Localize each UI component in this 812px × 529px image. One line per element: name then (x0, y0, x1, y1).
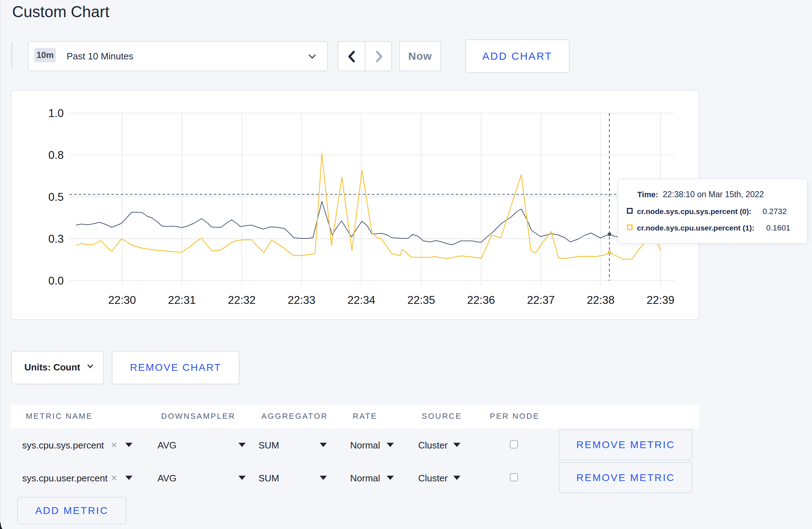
svg-text:0.5: 0.5 (48, 191, 64, 203)
svg-text:22:37: 22:37 (527, 294, 555, 306)
svg-text:22:32: 22:32 (228, 294, 256, 306)
svg-text:22:31: 22:31 (168, 294, 196, 306)
svg-text:22:33: 22:33 (288, 294, 316, 306)
svg-text:0.8: 0.8 (48, 149, 64, 161)
svg-text:22:38: 22:38 (587, 294, 615, 306)
svg-text:22:39: 22:39 (647, 294, 675, 306)
svg-text:0.0: 0.0 (48, 275, 64, 287)
svg-text:22:34: 22:34 (348, 294, 376, 306)
svg-text:22:35: 22:35 (407, 294, 435, 306)
svg-text:22:36: 22:36 (467, 294, 495, 306)
svg-text:22:30: 22:30 (108, 294, 136, 306)
svg-text:1.0: 1.0 (48, 107, 64, 120)
svg-text:0.3: 0.3 (48, 233, 64, 245)
